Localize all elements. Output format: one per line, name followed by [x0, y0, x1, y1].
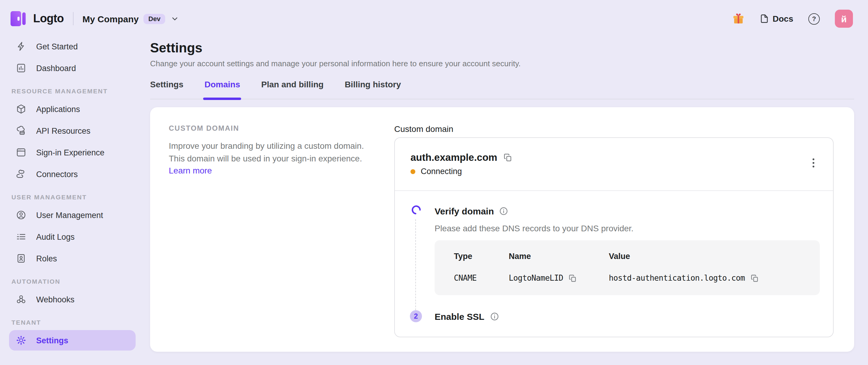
top-bar: Logto My Company Dev Docs	[0, 0, 868, 37]
docs-label: Docs	[773, 14, 793, 24]
tab-billing-history[interactable]: Billing history	[345, 78, 401, 90]
dns-instruction: Please add these DNS records to your DNS…	[435, 222, 833, 234]
custom-domain-card: CUSTOM DOMAIN Improve your branding by u…	[150, 107, 854, 352]
sidebar: Get Started Dashboard RESOURCE MANAGEMEN…	[0, 36, 145, 365]
step-2-number: 2	[410, 310, 422, 322]
avatar-letter: й	[841, 13, 846, 24]
cube-icon	[16, 104, 27, 114]
dns-header-name: Name	[509, 252, 609, 261]
sidebar-item-user-management[interactable]: User Management	[9, 205, 135, 225]
copy-dns-name-icon[interactable]	[569, 274, 577, 283]
domain-card-body: Verify domain Please add these DNS recor…	[395, 190, 833, 337]
brand-divider	[73, 12, 73, 25]
docs-icon	[760, 14, 769, 24]
chevron-down-icon[interactable]	[171, 14, 179, 23]
sidebar-item-settings[interactable]: Settings	[9, 330, 135, 351]
docs-button[interactable]: Docs	[760, 14, 793, 24]
logo-text: Logto	[33, 12, 64, 25]
domain-status: Connecting	[410, 167, 817, 176]
custom-domain-form: Custom domain auth.example.com	[394, 124, 834, 337]
kebab-menu-icon[interactable]	[808, 156, 818, 169]
gift-icon[interactable]	[732, 12, 745, 25]
section-description: Improve your branding by utilizing a cus…	[169, 140, 369, 177]
learn-more-link[interactable]: Learn more	[169, 166, 212, 175]
sidebar-item-get-started[interactable]: Get Started	[9, 36, 135, 57]
dns-record-type: CNAME	[454, 272, 509, 284]
dns-record-name: LogtoNameLID	[509, 272, 563, 284]
status-label: Connecting	[421, 167, 462, 176]
page-subtitle: Change your account settings and manage …	[150, 59, 854, 69]
custom-domain-info: CUSTOM DOMAIN Improve your branding by u…	[169, 124, 394, 337]
status-dot	[410, 169, 415, 174]
app-root: Logto My Company Dev Docs	[0, 0, 868, 365]
copy-dns-value-icon[interactable]	[750, 274, 759, 283]
dns-table-header: Type Name Value	[454, 251, 805, 261]
tab-plan-and-billing[interactable]: Plan and billing	[261, 78, 324, 90]
cloud-icon	[16, 125, 27, 136]
tenant-name[interactable]: My Company	[83, 13, 139, 24]
brand-area: Logto My Company Dev	[10, 10, 179, 28]
page-title: Settings	[150, 40, 854, 56]
window-icon	[16, 147, 27, 158]
avatar[interactable]: й	[835, 10, 853, 28]
sidebar-item-roles[interactable]: Roles	[9, 248, 135, 269]
sidebar-section-automation: AUTOMATION	[9, 276, 135, 287]
dns-records-table: Type Name Value CNAME LogtoNameLID	[435, 240, 820, 295]
dashboard-icon	[16, 63, 27, 73]
info-icon[interactable]	[499, 206, 508, 215]
tab-bar: Settings Domains Plan and billing Billin…	[150, 78, 854, 99]
step-1-title: Verify domain	[435, 206, 494, 216]
sidebar-section-resource-management: RESOURCE MANAGEMENT	[9, 86, 135, 96]
domain-card: auth.example.com Connecting	[394, 137, 834, 337]
section-label: CUSTOM DOMAIN	[169, 124, 394, 133]
tenant-env-badge: Dev	[144, 13, 165, 24]
dns-record-value: hostd-authentication.logto.com	[609, 272, 745, 284]
domain-name: auth.example.com	[410, 151, 497, 163]
dns-header-value: Value	[609, 252, 805, 261]
sidebar-item-connectors[interactable]: Connectors	[9, 164, 135, 184]
sidebar-item-audit-logs[interactable]: Audit Logs	[9, 227, 135, 247]
info-icon[interactable]	[490, 312, 499, 321]
lightning-icon	[16, 41, 27, 52]
gear-icon	[16, 335, 27, 346]
main-content: Settings Change your account settings an…	[145, 37, 868, 365]
sidebar-item-webhooks[interactable]: Webhooks	[9, 289, 135, 309]
step-2-title: Enable SSL	[435, 311, 484, 321]
connectors-icon	[16, 169, 27, 179]
step-1-marker	[410, 205, 422, 295]
custom-domain-field-label: Custom domain	[394, 124, 834, 135]
help-icon[interactable]: ?	[808, 13, 820, 24]
step-2-marker: 2	[410, 310, 422, 322]
sidebar-item-applications[interactable]: Applications	[9, 99, 135, 119]
dns-table-row: CNAME LogtoNameLID	[454, 272, 805, 284]
tab-domains[interactable]: Domains	[204, 78, 240, 90]
tab-settings[interactable]: Settings	[150, 78, 183, 90]
spinner-icon	[411, 205, 421, 215]
copy-domain-icon[interactable]	[503, 153, 513, 162]
step-enable-ssl: 2 Enable SSL	[395, 310, 833, 322]
sidebar-section-user-management: USER MANAGEMENT	[9, 192, 135, 202]
step-verify-domain: Verify domain Please add these DNS recor…	[395, 205, 833, 295]
id-badge-icon	[16, 253, 27, 264]
sidebar-section-tenant: TENANT	[9, 317, 135, 328]
domain-card-header: auth.example.com Connecting	[395, 138, 833, 190]
logto-logo-icon	[10, 10, 28, 28]
webhook-icon	[16, 294, 27, 305]
sidebar-item-api-resources[interactable]: API Resources	[9, 121, 135, 141]
top-actions: Docs ? й	[732, 10, 853, 28]
sidebar-item-sign-in-experience[interactable]: Sign-in Experience	[9, 142, 135, 163]
user-circle-icon	[16, 209, 27, 221]
dns-header-type: Type	[454, 252, 509, 261]
list-icon	[16, 231, 27, 242]
sidebar-item-dashboard[interactable]: Dashboard	[9, 58, 135, 78]
